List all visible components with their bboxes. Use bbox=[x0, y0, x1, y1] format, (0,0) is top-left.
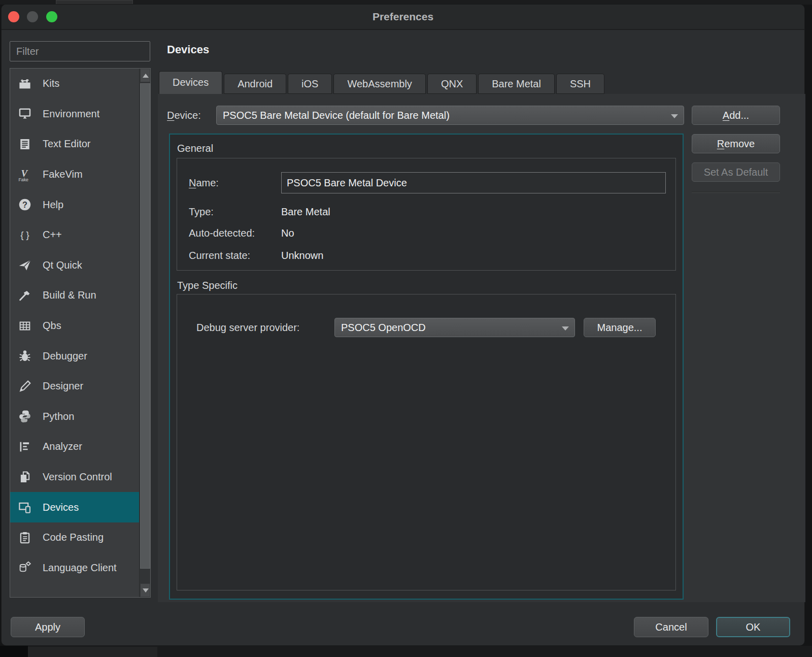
ok-button[interactable]: OK bbox=[716, 617, 790, 637]
devices-icon bbox=[17, 500, 32, 515]
kits-icon bbox=[17, 76, 32, 91]
name-input[interactable] bbox=[281, 172, 666, 193]
sidebar-item-label: C++ bbox=[43, 229, 62, 241]
manage-button[interactable]: Manage... bbox=[584, 318, 656, 337]
scroll-up-icon bbox=[143, 74, 149, 78]
sidebar-item-help[interactable]: ?Help bbox=[10, 189, 139, 220]
scroll-down-button[interactable] bbox=[140, 583, 150, 597]
chevron-down-icon bbox=[671, 114, 678, 118]
current-state-value: Unknown bbox=[281, 248, 323, 263]
sidebar-item-devices[interactable]: Devices bbox=[10, 492, 139, 522]
sidebar-item-label: Kits bbox=[43, 78, 59, 89]
build-run-icon bbox=[17, 288, 32, 303]
devices-tab-pane: Device: PSOC5 Bare Metal Device (default… bbox=[158, 94, 805, 602]
background-window-bottom-dark bbox=[0, 646, 28, 657]
type-label: Type: bbox=[189, 204, 214, 219]
cancel-button[interactable]: Cancel bbox=[634, 617, 708, 637]
sidebar-item-environment[interactable]: Environment bbox=[10, 99, 139, 129]
tab-bar: DevicesAndroidiOSWebAssemblyQNXBare Meta… bbox=[159, 71, 604, 94]
tab-ios[interactable]: iOS bbox=[288, 74, 332, 94]
remove-button[interactable]: Remove bbox=[692, 134, 780, 153]
tab-devices[interactable]: Devices bbox=[159, 71, 222, 94]
scrollbar-thumb[interactable] bbox=[140, 83, 150, 569]
device-detail-panel: General Name: Type: Bare Metal Auto-dete… bbox=[169, 134, 684, 600]
filter-input[interactable] bbox=[10, 41, 150, 61]
side-divider bbox=[692, 192, 780, 193]
fakevim-icon: VFake bbox=[17, 167, 32, 182]
debug-server-provider-combo[interactable]: PSOC5 OpenOCD bbox=[334, 318, 575, 337]
partial-icon bbox=[17, 590, 32, 598]
sidebar-item-kits[interactable]: Kits bbox=[10, 69, 139, 99]
device-combo-label: Device: bbox=[167, 106, 201, 125]
background-window-bottom-panel bbox=[28, 647, 157, 657]
sidebar-item-designer[interactable]: Designer bbox=[10, 371, 139, 402]
sidebar-item-python[interactable]: Python bbox=[10, 402, 139, 432]
screen: Preferences KitsEnvironmentText EditorVF… bbox=[0, 0, 812, 657]
type-value: Bare Metal bbox=[281, 204, 330, 219]
code-pasting-icon bbox=[17, 530, 32, 545]
apply-button[interactable]: Apply bbox=[11, 617, 85, 637]
sidebar-item-label: Code Pasting bbox=[43, 532, 104, 543]
sidebar-item-text-editor[interactable]: Text Editor bbox=[10, 129, 139, 159]
qbs-icon bbox=[17, 318, 32, 334]
general-group-title: General bbox=[177, 143, 213, 154]
sidebar-item-version-control[interactable]: Version Control bbox=[10, 462, 139, 492]
environment-icon bbox=[17, 106, 32, 121]
sidebar-item-fakevim[interactable]: VFakeFakeVim bbox=[10, 159, 139, 190]
preferences-dialog: Preferences KitsEnvironmentText EditorVF… bbox=[1, 4, 805, 646]
tab-android[interactable]: Android bbox=[224, 74, 286, 94]
debugger-icon bbox=[17, 348, 32, 364]
sidebar-item-c[interactable]: { }C++ bbox=[10, 220, 139, 250]
category-list: KitsEnvironmentText EditorVFakeFakeVim?H… bbox=[10, 68, 151, 598]
sidebar-item-label: Language Client bbox=[43, 562, 117, 574]
debug-server-provider-value: PSOC5 OpenOCD bbox=[341, 322, 426, 333]
sidebar-item-label: Version Control bbox=[43, 471, 112, 483]
chevron-down-icon bbox=[562, 326, 569, 331]
svg-text:Fake: Fake bbox=[19, 177, 29, 182]
designer-icon bbox=[17, 379, 32, 394]
tab-bare-metal[interactable]: Bare Metal bbox=[478, 74, 555, 94]
type-specific-group-box: Debug server provider: PSOC5 OpenOCD Man… bbox=[177, 294, 676, 590]
device-combo[interactable]: PSOC5 Bare Metal Device (default for Bar… bbox=[216, 106, 684, 125]
type-specific-group-title: Type Specific bbox=[177, 280, 238, 291]
tab-webassembly[interactable]: WebAssembly bbox=[333, 74, 425, 94]
tab-qnx[interactable]: QNX bbox=[427, 74, 477, 94]
tab-ssh[interactable]: SSH bbox=[556, 74, 604, 94]
sidebar-item-label: Devices bbox=[43, 502, 79, 513]
sidebar-scrollbar[interactable] bbox=[139, 69, 150, 597]
debug-server-provider-label: Debug server provider: bbox=[196, 318, 299, 337]
sidebar-item-label: FakeVim bbox=[43, 169, 83, 180]
sidebar-item-code-pasting[interactable]: Code Pasting bbox=[10, 522, 139, 553]
scroll-up-button[interactable] bbox=[140, 69, 150, 82]
svg-text:{ }: { } bbox=[20, 229, 29, 240]
auto-detected-value: No bbox=[281, 225, 294, 241]
sidebar-item-label: Help bbox=[43, 199, 63, 211]
sidebar-item-partial[interactable] bbox=[10, 583, 139, 598]
sidebar-item-debugger[interactable]: Debugger bbox=[10, 341, 139, 371]
auto-detected-label: Auto-detected: bbox=[189, 225, 255, 241]
sidebar-item-qbs[interactable]: Qbs bbox=[10, 311, 139, 341]
sidebar-item-label: Debugger bbox=[43, 350, 87, 362]
text-editor-icon bbox=[17, 137, 32, 152]
set-as-default-button: Set As Default bbox=[692, 162, 780, 182]
general-group-box: Name: Type: Bare Metal Auto-detected: No… bbox=[177, 158, 676, 271]
sidebar-item-build-run[interactable]: Build & Run bbox=[10, 280, 139, 311]
add-button[interactable]: Add... bbox=[692, 106, 780, 125]
python-icon bbox=[17, 409, 32, 424]
sidebar-item-qt-quick[interactable]: Qt Quick bbox=[10, 250, 139, 281]
sidebar-item-label: Build & Run bbox=[43, 289, 96, 301]
scroll-down-icon bbox=[143, 588, 149, 593]
titlebar[interactable]: Preferences bbox=[2, 5, 804, 30]
window-title: Preferences bbox=[2, 5, 804, 29]
current-state-label: Current state: bbox=[189, 248, 250, 263]
sidebar-item-analyzer[interactable]: Analyzer bbox=[10, 432, 139, 462]
device-combo-value: PSOC5 Bare Metal Device (default for Bar… bbox=[223, 110, 450, 121]
sidebar-item-label: Python bbox=[43, 411, 74, 422]
language-client-icon bbox=[17, 560, 32, 575]
sidebar-item-label: Environment bbox=[43, 108, 99, 120]
sidebar-item-label: Qt Quick bbox=[43, 259, 82, 271]
sidebar-item-label: Qbs bbox=[43, 320, 61, 332]
page-title: Devices bbox=[167, 43, 209, 56]
sidebar-item-language-client[interactable]: Language Client bbox=[10, 553, 139, 583]
analyzer-icon bbox=[17, 439, 32, 454]
